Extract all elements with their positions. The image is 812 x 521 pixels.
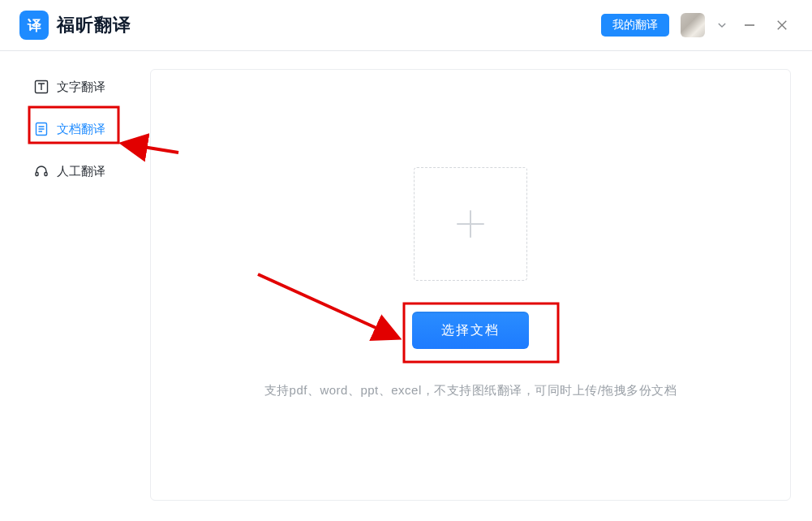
my-translation-label: 我的翻译: [612, 18, 658, 32]
avatar[interactable]: [681, 13, 705, 37]
svg-rect-3: [45, 173, 47, 176]
sidebar-item-label: 人工翻译: [57, 164, 105, 179]
upload-hint: 支持pdf、word、ppt、excel，不支持图纸翻译，可同时上传/拖拽多份文…: [264, 383, 677, 398]
sidebar: 文字翻译 文档翻译 人工翻译: [0, 51, 150, 521]
svg-rect-2: [36, 173, 38, 176]
content-card: 选择文档 支持pdf、word、ppt、excel，不支持图纸翻译，可同时上传/…: [150, 69, 791, 501]
sidebar-item-label: 文档翻译: [57, 122, 105, 137]
sidebar-item-human-translate[interactable]: 人工翻译: [28, 155, 135, 187]
main: 选择文档 支持pdf、word、ppt、excel，不支持图纸翻译，可同时上传/…: [150, 51, 812, 521]
select-document-button[interactable]: 选择文档: [412, 312, 529, 349]
upload-dropzone[interactable]: [414, 167, 527, 281]
text-icon: [34, 80, 49, 94]
headset-icon: [34, 164, 49, 179]
sidebar-item-doc-translate[interactable]: 文档翻译: [28, 113, 135, 145]
sidebar-item-text-translate[interactable]: 文字翻译: [28, 71, 135, 103]
titlebar-right: 我的翻译: [601, 13, 793, 37]
titlebar: 译 福昕翻译 我的翻译: [0, 0, 812, 50]
document-icon: [34, 122, 49, 136]
my-translation-button[interactable]: 我的翻译: [601, 14, 669, 37]
body: 文字翻译 文档翻译 人工翻译: [0, 51, 812, 521]
plus-icon: [451, 205, 490, 243]
select-document-label: 选择文档: [441, 323, 500, 337]
app-title: 福昕翻译: [57, 13, 131, 37]
sidebar-item-label: 文字翻译: [57, 80, 105, 95]
app-logo-char: 译: [28, 16, 41, 35]
minimize-button[interactable]: [739, 15, 760, 36]
close-button[interactable]: [771, 15, 793, 36]
chevron-down-icon[interactable]: [716, 19, 728, 31]
app-logo-icon: 译: [19, 11, 49, 40]
